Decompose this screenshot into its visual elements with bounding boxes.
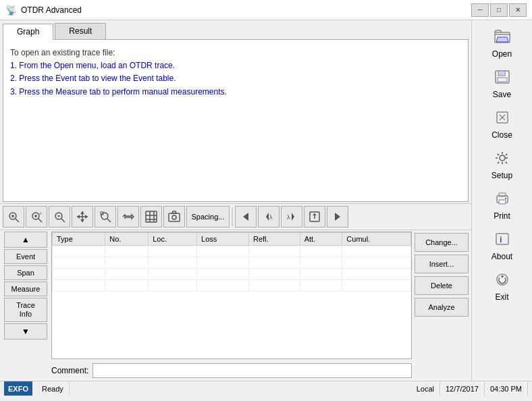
next-button[interactable] [327,206,348,228]
close-file-sidebar-button[interactable]: Close [475,107,529,143]
event-area: Type No. Loc. Loss Refl. Att. Cumul. [51,232,412,379]
table-row [53,280,411,292]
setup-label: Setup [491,171,512,180]
event-table: Type No. Loc. Loss Refl. Att. Cumul. [52,232,411,292]
grid-button[interactable] [140,206,162,228]
tab-result[interactable]: Result [55,23,106,39]
col-loss: Loss [197,233,249,246]
close-file-icon [495,110,510,129]
instruction-line1: 1. From the Open menu, load an OTDR trac… [10,59,461,72]
pan-button[interactable] [72,206,93,228]
svg-marker-36 [335,213,340,221]
svg-marker-13 [77,215,80,219]
close-label: Close [491,130,512,140]
change-button[interactable]: Change... [415,233,469,252]
svg-marker-30 [266,213,269,221]
comment-input[interactable] [92,363,412,378]
action-panel: Change... Insert... Delete Analyze [415,232,469,379]
print-sidebar-button[interactable]: Print [475,188,529,224]
status-ready: Ready [36,381,70,396]
move-button[interactable] [117,206,139,228]
setup-sidebar-button[interactable]: Setup [475,147,529,184]
status-date: 12/7/2017 [440,381,485,396]
about-label: About [491,252,512,261]
maximize-button[interactable]: □ [490,3,508,17]
svg-marker-17 [80,219,84,222]
svg-rect-39 [498,71,505,76]
event-button[interactable]: Event [4,249,47,264]
toolbar: + [0,203,471,230]
svg-line-5 [38,219,42,222]
table-row [53,269,411,280]
save-label: Save [493,90,511,99]
setup-icon [494,151,510,169]
open-sidebar-button[interactable]: Open [475,26,529,62]
measure-button[interactable]: Measure [4,282,47,296]
svg-rect-21 [146,211,157,222]
nav-up-button[interactable]: ▲ [4,232,47,248]
delete-button[interactable]: Delete [415,276,469,295]
app-icon: 📡 [5,5,17,16]
col-type: Type [53,233,105,246]
zoom-in-button[interactable]: + [26,206,47,228]
analyze-button[interactable]: Analyze [415,298,469,317]
status-time: 04:30 PM [485,381,528,396]
trace-info-button[interactable]: Trace Info [4,298,47,322]
svg-marker-16 [80,211,84,214]
exit-sidebar-button[interactable]: Exit [475,269,529,305]
svg-text:λ: λ [269,214,273,221]
svg-point-18 [101,213,108,219]
tab-graph[interactable]: Graph [3,24,53,40]
status-location: Local [411,381,440,396]
zoom-fit-button[interactable] [3,206,24,228]
snapshot-button[interactable] [163,206,185,228]
right-sidebar: Open Save Close [471,20,532,381]
col-refl: Refl. [249,233,300,246]
status-bar: EXFO Ready Local 12/7/2017 04:30 PM [0,381,532,396]
col-no: No. [105,233,149,246]
spacing-button[interactable]: Spacing... [186,206,230,228]
span-button[interactable]: Span [4,265,47,280]
print-icon [494,191,510,210]
side-panel: ▲ Event Span Measure Trace Info ▼ [3,232,49,379]
svg-line-19 [107,219,111,222]
exfo-logo: EXFO [4,381,32,396]
open-icon [494,29,511,48]
about-sidebar-button[interactable]: i About [475,228,529,265]
col-cumul: Cumul. [342,233,411,246]
insert-button[interactable]: Insert... [415,255,469,273]
zoom-area-button[interactable] [95,206,116,228]
prev-trace-button[interactable] [235,206,257,228]
title-bar: 📡 OTDR Advanced ─ □ ✕ [0,0,532,20]
wavelength-right-button[interactable]: λ [281,206,302,228]
about-icon: i [494,232,510,250]
save-icon [494,70,510,88]
col-att: Att. [300,233,342,246]
instruction-line2: 2. Press the Event tab to view the Event… [10,72,461,85]
wavelength-left-button[interactable]: λ [258,206,280,228]
tab-bar: Graph Result [0,20,471,39]
nav-down-button[interactable]: ▼ [4,323,47,340]
svg-marker-33 [292,213,294,221]
svg-rect-47 [499,200,506,204]
print-label: Print [494,211,510,221]
save-sidebar-button[interactable]: Save [475,66,529,103]
col-loc: Loc. [149,233,197,246]
svg-point-27 [172,215,176,219]
comment-row: Comment: [51,362,412,379]
svg-line-1 [16,219,19,222]
event-table-wrapper: Type No. Loc. Loss Refl. Att. Cumul. [51,232,412,359]
export-button[interactable] [304,206,325,228]
minimize-button[interactable]: ─ [471,3,489,17]
svg-rect-49 [496,234,508,244]
app-title: OTDR Advanced [21,5,82,15]
instruction-line3: 3. Press the Measure tab to perform manu… [10,86,461,99]
svg-marker-28 [172,211,176,213]
zoom-out-button[interactable] [49,206,70,228]
bottom-panel: ▲ Event Span Measure Trace Info ▼ Type N… [0,230,471,381]
svg-text:+: + [39,211,42,216]
svg-text:i: i [500,234,502,244]
svg-point-44 [500,155,505,161]
close-button[interactable]: ✕ [509,3,527,17]
table-row [53,246,411,257]
